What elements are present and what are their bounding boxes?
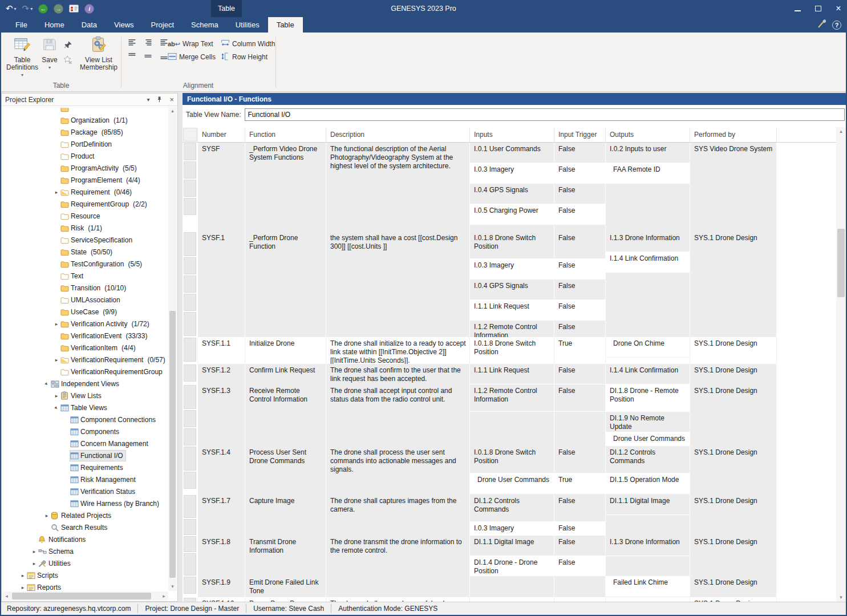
panel-pin-icon[interactable] — [156, 96, 163, 104]
performed-by-cell[interactable]: SYS.1 Drone Design — [690, 576, 777, 597]
number-cell[interactable]: SYSF.1.8 — [198, 536, 245, 576]
tree-item-transition[interactable]: Transition(10/10) — [2, 282, 168, 294]
collapse-arrow-icon[interactable]: ▸ — [42, 379, 52, 388]
tree-item-utilities[interactable]: ▸ Utilities — [2, 557, 168, 569]
table-row-sysf-1-9[interactable]: SYSF.1.9 Emit Drone Failed Link Tone Fai… — [183, 576, 836, 597]
merge-cells-button[interactable]: Merge Cells — [168, 51, 216, 63]
explorer-horizontal-scrollbar[interactable]: ◂ ▸ — [2, 591, 168, 601]
about-info-icon[interactable]: i — [84, 4, 94, 14]
performed-by-cell[interactable]: SYS.1 Drone Design — [690, 232, 777, 337]
collapse-arrow-icon[interactable]: ▸ — [52, 403, 62, 412]
column-header-outputs[interactable]: Outputs — [606, 127, 690, 142]
performed-by-cell[interactable]: SYS.1 Drone Design — [690, 536, 777, 576]
row-selector[interactable] — [184, 364, 196, 382]
performed-by-cell[interactable]: SYS.1 Drone Design — [690, 364, 777, 384]
input-cell[interactable]: I.0.1.8 Drone Switch Position — [470, 446, 554, 473]
tab-schema[interactable]: Schema — [183, 17, 227, 33]
expand-arrow-icon[interactable]: ▸ — [19, 585, 27, 590]
expand-arrow-icon[interactable]: ▸ — [19, 573, 27, 578]
row-selector[interactable] — [184, 257, 196, 274]
tree-item-verification-activity[interactable]: ▸ Verification Activity(1/72) — [2, 318, 168, 330]
back-button[interactable]: ← — [38, 4, 48, 14]
input-cell[interactable]: I.0.3 Imagery — [470, 259, 554, 279]
expand-arrow-icon[interactable]: ▸ — [30, 549, 38, 554]
column-header-performed-by[interactable]: Performed by — [690, 127, 777, 142]
panel-menu-icon[interactable]: ▾ — [147, 96, 149, 103]
unstar-button[interactable] — [62, 54, 74, 67]
output-cell[interactable]: Drone User Commands — [606, 432, 690, 446]
row-selector[interactable] — [184, 598, 196, 602]
output-cell[interactable]: I.1.4 Link Confirmation — [606, 252, 690, 273]
input-trigger-cell[interactable]: False — [554, 556, 605, 576]
tree-item-umlassociation[interactable]: UMLAssociation — [2, 294, 168, 306]
input-cell[interactable]: DI.1.2 Controls Commands — [470, 495, 554, 522]
performed-by-cell[interactable]: SYS.1 Drone Design — [690, 597, 777, 602]
input-cell[interactable]: I.0.3 Imagery — [470, 163, 554, 184]
tree-item-item[interactable] — [2, 108, 168, 114]
row-selector[interactable] — [184, 232, 196, 256]
pin-button[interactable] — [62, 39, 74, 52]
description-cell[interactable]: The drone shall captures images from the… — [326, 495, 470, 536]
function-cell[interactable]: Transmit Drone Information — [245, 536, 326, 576]
tree-item-requirements[interactable]: Requirements — [2, 461, 168, 473]
output-cell[interactable]: DI.1.5 Operation Mode — [606, 473, 690, 494]
function-cell[interactable]: Process User Sent Drone Commands — [245, 446, 326, 495]
input-trigger-cell[interactable]: False — [554, 522, 605, 536]
input-cell[interactable]: DI.1.1 Digital Image — [470, 536, 554, 556]
tree-item-organization[interactable]: Organization(1/1) — [2, 114, 168, 126]
output-cell[interactable]: DI.1.2 Controls Commands — [606, 446, 690, 473]
save-button[interactable]: Save ▾ — [38, 36, 62, 88]
row-height-button[interactable]: Row Height — [221, 51, 268, 63]
table-row-sysf-1-8[interactable]: SYSF.1.8 Transmit Drone Information The … — [183, 536, 836, 576]
input-trigger-cell[interactable]: False — [554, 364, 605, 384]
row-selector[interactable] — [184, 312, 196, 336]
column-header-input-trigger[interactable]: Input Trigger — [554, 127, 606, 142]
tree-item-package[interactable]: Package(85/85) — [2, 126, 168, 138]
description-cell[interactable] — [326, 576, 470, 597]
align-left-button[interactable] — [125, 38, 138, 48]
minimize-button[interactable] — [793, 5, 801, 13]
function-cell[interactable]: Emit Drone Failed Link Tone — [245, 576, 326, 597]
tree-item-verificationevent[interactable]: VerificationEvent(33/33) — [2, 330, 168, 342]
column-header-inputs[interactable]: Inputs — [470, 127, 554, 142]
input-trigger-cell[interactable]: False — [554, 184, 605, 204]
tree-item-reports[interactable]: ▸ Reports — [2, 581, 168, 591]
tree-item-table-views[interactable]: ▸ Table Views — [2, 402, 168, 414]
table-row-sysf-1-7[interactable]: SYSF.1.7 Capture Image The drone shall c… — [183, 495, 836, 536]
number-cell[interactable]: SYSF.1.3 — [198, 384, 245, 446]
row-selector[interactable] — [184, 472, 196, 489]
row-selector[interactable] — [184, 161, 196, 179]
input-trigger-cell[interactable]: False — [554, 259, 605, 279]
output-cell[interactable]: DI.1.9 No Remote Update — [606, 412, 690, 432]
performed-by-cell[interactable]: SYS.1 Drone Design — [690, 495, 777, 536]
input-trigger-cell[interactable]: False — [554, 495, 605, 522]
maximize-button[interactable] — [814, 5, 822, 13]
row-selector[interactable] — [184, 447, 196, 471]
column-header-number[interactable]: Number — [198, 127, 245, 142]
input-trigger-cell[interactable]: False — [554, 321, 605, 337]
output-cell[interactable]: I.1.4 Link Confirmation — [606, 364, 690, 384]
performed-by-cell[interactable]: SYS Video Drone System — [690, 143, 777, 232]
expand-arrow-icon[interactable]: ▸ — [52, 357, 60, 363]
valign-middle-button[interactable] — [141, 51, 154, 62]
expand-arrow-icon[interactable]: ▸ — [52, 189, 60, 195]
number-cell[interactable]: SYSF — [198, 143, 245, 232]
table-view-name-input[interactable] — [245, 108, 845, 121]
number-cell[interactable]: SYSF.1.1 — [198, 337, 245, 364]
number-cell[interactable]: SYSF.1.4 — [198, 446, 245, 495]
row-selector[interactable] — [184, 410, 196, 427]
tree-item-verificationrequirement[interactable]: ▸ VerificationRequirement(0/57) — [2, 354, 168, 366]
table-row-sysf-1-10[interactable]: SYSF.1.10 Power Down Drone The drone sha… — [183, 597, 836, 602]
tree-item-servicespecification[interactable]: ServiceSpecification — [2, 234, 168, 246]
tree-item-independent-views[interactable]: ▸ Independent Views — [2, 378, 168, 390]
tab-home[interactable]: Home — [36, 17, 73, 33]
description-cell[interactable]: the system shall have a cost [[cost.Desi… — [326, 232, 470, 337]
tree-item-verificationrequirementgroup[interactable]: VerificationRequirementGroup — [2, 366, 168, 378]
expand-arrow-icon[interactable]: ▸ — [30, 561, 38, 566]
redo-button[interactable]: ↷▾ — [22, 3, 33, 14]
tree-item-risk-management[interactable]: Risk Management — [2, 473, 168, 485]
tree-item-notifications[interactable]: Notifications — [2, 533, 168, 545]
tab-data[interactable]: Data — [73, 17, 106, 33]
explorer-vertical-scrollbar[interactable]: ▴ ▾ — [168, 107, 177, 591]
view-list-membership-button[interactable]: View List Membership — [79, 36, 119, 88]
